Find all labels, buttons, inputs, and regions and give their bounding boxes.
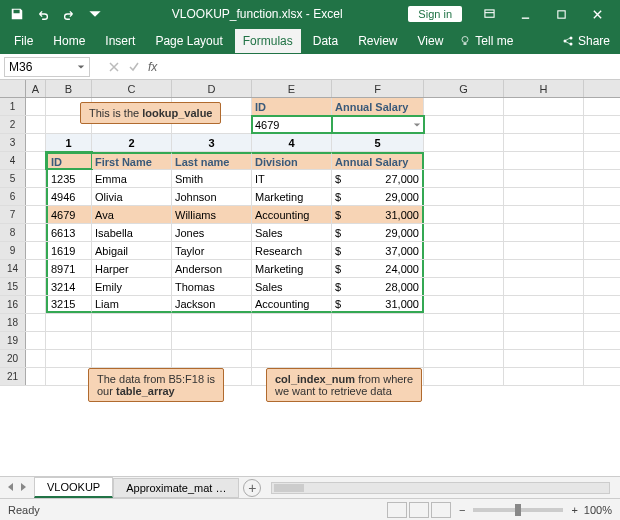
cell[interactable]: Abigail [92, 242, 172, 259]
sheet-tab-vlookup[interactable]: VLOOKUP [34, 477, 113, 498]
qat-customize-icon[interactable] [84, 3, 106, 25]
cell[interactable] [46, 368, 92, 385]
cell[interactable]: Isabella [92, 224, 172, 241]
col-header[interactable]: D [172, 80, 252, 97]
cell[interactable] [26, 350, 46, 367]
cell[interactable] [92, 332, 172, 349]
cell[interactable] [424, 368, 504, 385]
fx-label[interactable]: fx [148, 60, 157, 74]
tell-me-button[interactable]: Tell me [459, 34, 513, 48]
cell[interactable]: Accounting [252, 296, 332, 313]
cell[interactable] [504, 260, 584, 277]
cell[interactable] [46, 350, 92, 367]
cell[interactable] [26, 296, 46, 313]
row-header[interactable]: 18 [0, 314, 26, 331]
cell[interactable]: Marketing [252, 260, 332, 277]
spreadsheet-grid[interactable]: 1IDAnnual Salary246793123454IDFirst Name… [0, 98, 620, 476]
cell-salary[interactable]: $37,000 [332, 242, 424, 259]
cell[interactable] [26, 242, 46, 259]
cell-salary[interactable]: $28,000 [332, 278, 424, 295]
cell[interactable] [26, 170, 46, 187]
tab-formulas[interactable]: Formulas [235, 29, 301, 53]
cell[interactable]: Anderson [172, 260, 252, 277]
minimize-button[interactable] [508, 0, 542, 28]
cell[interactable]: Annual Salary [332, 152, 424, 169]
cell[interactable] [424, 278, 504, 295]
cell[interactable] [26, 98, 46, 115]
cell[interactable] [172, 314, 252, 331]
cell[interactable] [92, 350, 172, 367]
cell[interactable]: 4679 [46, 206, 92, 223]
tab-view[interactable]: View [410, 29, 452, 53]
view-pagebreak-button[interactable] [431, 502, 451, 518]
add-sheet-button[interactable]: + [243, 479, 261, 497]
col-header[interactable]: E [252, 80, 332, 97]
cell[interactable]: 5 [332, 134, 424, 151]
name-box[interactable]: M36 [4, 57, 90, 77]
cell[interactable] [26, 368, 46, 385]
row-header[interactable]: 8 [0, 224, 26, 241]
cell[interactable] [26, 278, 46, 295]
cell-salary[interactable]: $29,000 [332, 224, 424, 241]
ribbon-options-button[interactable] [472, 0, 506, 28]
cell[interactable] [424, 242, 504, 259]
accept-formula-button[interactable] [128, 61, 140, 73]
cell[interactable]: Liam [92, 296, 172, 313]
col-header[interactable]: G [424, 80, 504, 97]
cell[interactable]: 8971 [46, 260, 92, 277]
cell[interactable] [504, 350, 584, 367]
cell[interactable] [332, 350, 424, 367]
cell[interactable] [504, 98, 584, 115]
cell[interactable] [26, 260, 46, 277]
cell[interactable] [504, 134, 584, 151]
cell[interactable]: Emma [92, 170, 172, 187]
cancel-formula-button[interactable] [108, 61, 120, 73]
cell[interactable] [172, 350, 252, 367]
cell-salary[interactable]: $31,000 [332, 296, 424, 313]
cell[interactable] [424, 350, 504, 367]
cell[interactable] [26, 134, 46, 151]
cell[interactable]: Harper [92, 260, 172, 277]
col-header[interactable]: A [26, 80, 46, 97]
tab-page-layout[interactable]: Page Layout [147, 29, 230, 53]
cell[interactable] [504, 296, 584, 313]
row-header[interactable]: 3 [0, 134, 26, 151]
cell-salary[interactable]: $29,000 [332, 188, 424, 205]
cell[interactable] [424, 206, 504, 223]
cell[interactable] [504, 170, 584, 187]
cell[interactable]: Williams [172, 206, 252, 223]
cell[interactable]: 3 [172, 134, 252, 151]
undo-button[interactable] [32, 3, 54, 25]
cell[interactable] [26, 224, 46, 241]
cell[interactable] [504, 188, 584, 205]
cell[interactable] [504, 242, 584, 259]
view-normal-button[interactable] [387, 502, 407, 518]
cell[interactable]: 1619 [46, 242, 92, 259]
row-header[interactable]: 2 [0, 116, 26, 133]
col-header[interactable]: H [504, 80, 584, 97]
cell[interactable]: Annual Salary [332, 98, 424, 115]
tab-data[interactable]: Data [305, 29, 346, 53]
cell[interactable]: Accounting [252, 206, 332, 223]
cell[interactable] [332, 116, 424, 133]
cell[interactable] [26, 152, 46, 169]
cell[interactable] [504, 332, 584, 349]
cell[interactable]: 1235 [46, 170, 92, 187]
cell[interactable]: Division [252, 152, 332, 169]
cell[interactable] [424, 170, 504, 187]
cell[interactable] [424, 134, 504, 151]
cell[interactable] [424, 260, 504, 277]
close-button[interactable] [580, 0, 614, 28]
cell[interactable] [424, 224, 504, 241]
cell[interactable] [504, 206, 584, 223]
row-header[interactable]: 5 [0, 170, 26, 187]
cell[interactable] [504, 152, 584, 169]
cell[interactable]: Research [252, 242, 332, 259]
cell[interactable]: 3215 [46, 296, 92, 313]
cell[interactable]: Smith [172, 170, 252, 187]
cell[interactable] [424, 152, 504, 169]
cell[interactable] [332, 314, 424, 331]
cell[interactable] [172, 332, 252, 349]
cell[interactable] [92, 314, 172, 331]
col-header[interactable]: C [92, 80, 172, 97]
